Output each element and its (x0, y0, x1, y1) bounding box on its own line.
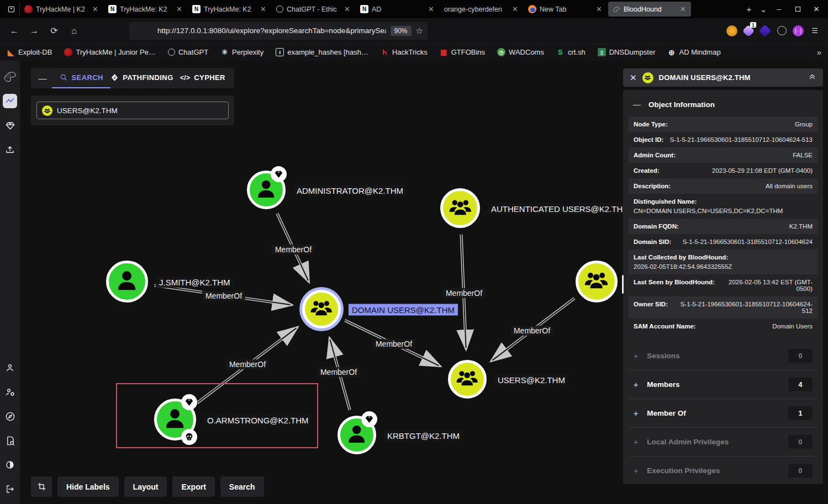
expand-plus-icon: + (634, 380, 638, 389)
page-info-icon[interactable] (146, 27, 153, 35)
object-row: Admin Count:FALSE (629, 147, 818, 163)
tab-cypher[interactable]: </> CYPHER (173, 68, 232, 88)
addon-diamond-icon[interactable] (760, 25, 771, 36)
tab-close-icon[interactable]: ✕ (91, 5, 99, 13)
bookmark-10[interactable]: ▯DNSDumpster (598, 48, 656, 56)
panel-collapse-button[interactable]: — (33, 73, 52, 83)
tab-search[interactable]: SEARCH (52, 68, 110, 88)
browser-tab-6[interactable]: orange-cyberdefen✕ (440, 2, 523, 17)
search-button[interactable]: Search (220, 476, 264, 497)
firefox-view-button[interactable] (3, 2, 20, 17)
downloads-icon[interactable] (677, 25, 688, 36)
new-tab-button[interactable]: + (742, 4, 756, 14)
gtfo-bookmark-icon: ▦ (440, 48, 448, 56)
object-row-label: Owner SID: (634, 301, 668, 314)
browser-tab-7[interactable]: New Tab✕ (524, 2, 607, 17)
bookmark-3[interactable]: ChatGPT (168, 48, 208, 56)
object-row-value: Domain Users (772, 323, 813, 330)
rail-admin-icon[interactable] (3, 385, 17, 399)
bookmark-9[interactable]: Scrt.sh (556, 48, 586, 56)
section-member-of[interactable]: +Member Of1 (629, 399, 818, 427)
cookie-addon-icon[interactable] (776, 25, 787, 36)
bookmark-4[interactable]: ✳Perplexity (220, 48, 263, 56)
panel-resize-handle[interactable] (622, 275, 624, 294)
url-bar[interactable]: http://127.0.0.1:8080/ui/explore?explore… (129, 22, 428, 40)
shield-icon[interactable] (134, 27, 141, 35)
export-button[interactable]: Export (172, 476, 214, 497)
bookmark-2[interactable]: TryHackMe | Junior Pe… (64, 48, 156, 56)
graph-node-domain-users[interactable] (302, 290, 341, 328)
rail-profile-icon[interactable] (3, 360, 17, 375)
bookmark-label: GTFOBins (451, 48, 485, 56)
section-local-admin-privileges[interactable]: +Local Admin Privileges0 (629, 427, 818, 456)
graph-node-authenticated-users[interactable] (440, 188, 480, 228)
browser-tab-1[interactable]: TryHackMe | K2✕ (20, 2, 103, 17)
entity-sections: +Sessions0+Members4+Member Of1+Local Adm… (629, 342, 818, 484)
rail-query-icon[interactable] (3, 433, 17, 448)
bookmark-star-icon[interactable]: ☆ (416, 26, 423, 36)
rail-logout-icon[interactable] (3, 482, 17, 496)
zoom-level-badge[interactable]: 90% (391, 26, 412, 36)
extensions-puzzle-icon[interactable] (710, 25, 721, 36)
section-sessions[interactable]: +Sessions0 (629, 342, 818, 370)
chatgpt-favicon-icon (276, 6, 283, 13)
section-execution-privileges[interactable]: +Execution Privileges0 (629, 456, 818, 484)
bookmark-label: AD Mindmap (679, 48, 720, 56)
graph-node-clipped-group[interactable] (576, 261, 618, 303)
layout-button[interactable]: Layout (124, 476, 167, 497)
bookmarks-overflow-chevron[interactable]: » (817, 47, 821, 57)
addon-orange-icon[interactable] (726, 25, 737, 36)
rail-upload-icon[interactable] (3, 142, 17, 157)
tab-close-icon[interactable]: ✕ (175, 5, 183, 13)
graph-node-administrator[interactable] (247, 171, 286, 209)
rail-gem-icon[interactable] (3, 118, 17, 132)
rail-explore-icon[interactable] (3, 94, 17, 108)
home-button[interactable]: ⌂ (65, 23, 83, 39)
object-row-value: 2026-02-05T18:42:54.964332555Z (634, 263, 813, 270)
reload-button[interactable]: ⟳ (45, 23, 63, 39)
bookmark-8[interactable]: ◷WADComs (497, 48, 544, 56)
account-icon[interactable] (693, 25, 704, 36)
section-members[interactable]: +Members4 (629, 370, 818, 399)
browser-tab-8[interactable]: BloodHound✕ (608, 2, 691, 17)
menu-hamburger-icon[interactable]: ☰ (809, 25, 820, 36)
browser-tab-5[interactable]: NAD✕ (356, 2, 439, 17)
bookmark-5[interactable]: Iexample_hashes [hash… (276, 48, 368, 56)
graph-node-users[interactable] (448, 360, 487, 399)
maximize-button[interactable] (789, 3, 806, 16)
extension-cluster: 1 {··} ☰ (677, 25, 822, 36)
bookmark-6[interactable]: ᏂHackTricks (381, 48, 428, 56)
browser-tab-3[interactable]: NTryHackMe: K2✕ (188, 2, 271, 17)
object-row: Description:All domain users (629, 178, 818, 194)
forward-button[interactable]: → (25, 23, 43, 39)
fit-view-button[interactable] (31, 476, 52, 497)
node-search-input[interactable]: USERS@K2.THM (36, 102, 229, 119)
tab-close-icon[interactable]: ✕ (595, 5, 603, 13)
panel-collapse-up-button[interactable] (808, 72, 816, 83)
tab-list-button[interactable]: ⌄ (756, 4, 771, 14)
close-window-button[interactable]: ✕ (808, 3, 825, 16)
addon-gem-icon[interactable]: 1 (743, 25, 754, 36)
tab-close-icon[interactable]: ✕ (343, 5, 351, 13)
object-information-header[interactable]: — Object Information (629, 98, 818, 116)
tab-close-icon[interactable]: ✕ (259, 5, 267, 13)
browser-tab-4[interactable]: ChatGPT - Ethic✕ (272, 2, 355, 17)
graph-node-krbtgt[interactable] (337, 416, 376, 454)
back-button[interactable]: ← (6, 23, 23, 39)
expand-plus-icon: + (634, 352, 638, 360)
tab-pathfinding[interactable]: PATHFINDING (110, 68, 173, 88)
bookmark-11[interactable]: ⊕AD Mindmap (667, 48, 720, 56)
tab-close-icon[interactable]: ✕ (427, 5, 435, 13)
rail-compass-icon[interactable] (3, 409, 17, 423)
minimize-button[interactable]: – (771, 3, 787, 16)
tab-close-icon[interactable]: ✕ (511, 5, 519, 13)
hide-labels-button[interactable]: Hide Labels (57, 476, 119, 497)
tab-close-icon[interactable]: ✕ (679, 5, 687, 13)
browser-tab-2[interactable]: NTryHackMe: K2✕ (104, 2, 187, 17)
bookmark-1[interactable]: ◣Exploit-DB (7, 48, 52, 56)
addon-purple-icon[interactable]: {··} (793, 25, 804, 36)
graph-node-j-smith[interactable] (106, 261, 148, 303)
bookmark-7[interactable]: ▦GTFOBins (440, 48, 485, 56)
rail-dark-mode-icon[interactable] (3, 458, 17, 472)
panel-close-button[interactable]: ✕ (630, 73, 637, 83)
